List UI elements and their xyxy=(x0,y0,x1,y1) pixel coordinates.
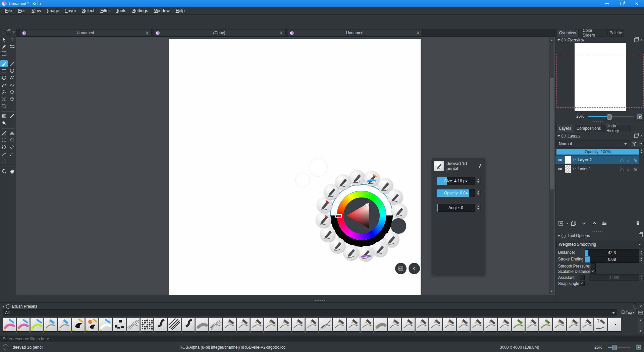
assistant-magnetism-field[interactable]: 1,000 xyxy=(589,274,639,281)
overview-zoom-slider[interactable] xyxy=(588,116,634,117)
tool-bezier-curve[interactable] xyxy=(0,81,8,88)
brush-preset-charcoal[interactable] xyxy=(374,317,387,333)
canvas-viewport[interactable]: deevad 1d pencil Size: 4.18 pxOpacity: 0… xyxy=(16,37,555,295)
collapse-arrow-icon[interactable] xyxy=(557,235,560,237)
tab-compositions[interactable]: Compositions xyxy=(575,125,602,132)
brush-preset-green-pen[interactable] xyxy=(512,317,525,333)
snap-single-checkbox[interactable]: ✓ xyxy=(580,281,585,286)
layer-lock-icon[interactable] xyxy=(620,158,624,162)
tab-color-sliders[interactable]: Color Sliders xyxy=(580,29,606,37)
status-fit-page-button[interactable] xyxy=(635,344,642,351)
hud-settings-icon[interactable] xyxy=(477,163,483,169)
layer-name[interactable]: Layer 1 xyxy=(578,167,591,171)
tool-select-elliptical[interactable] xyxy=(8,137,16,143)
tool-calligraphy[interactable] xyxy=(0,43,8,50)
brush-preset-pencil-gray[interactable] xyxy=(484,317,497,333)
tool-select-shapes[interactable] xyxy=(0,36,8,43)
brush-preset-pencil-gray[interactable] xyxy=(498,317,511,333)
brush-preset-pencil-t[interactable]: T xyxy=(594,317,607,333)
smoothing-mode-dropdown[interactable]: Weighted Smoothing xyxy=(556,241,643,248)
tool-text[interactable]: T xyxy=(8,36,16,43)
tool-freehand-brush[interactable] xyxy=(0,60,8,67)
move-layer-down-button[interactable] xyxy=(581,221,586,227)
layer-filter-dropdown-arrow[interactable] xyxy=(639,140,644,148)
brush-preset-fuzzy[interactable] xyxy=(126,317,140,333)
tab-layers[interactable]: Layers xyxy=(556,125,574,132)
brush-preset-pencil-gray[interactable] xyxy=(346,317,360,333)
tool-select-freehand[interactable] xyxy=(8,144,16,151)
sv-triangle[interactable] xyxy=(343,197,380,234)
brush-preset-pencil-gray[interactable] xyxy=(278,317,291,333)
tool-gradient[interactable] xyxy=(0,113,8,119)
tool-line[interactable] xyxy=(8,60,16,67)
tab-undo-history[interactable]: Undo History xyxy=(603,125,630,132)
preset-filter-dropdown[interactable]: All xyxy=(3,309,617,316)
palette-preset-red-pen[interactable] xyxy=(316,212,331,228)
palette-preset-pencil-hatch[interactable] xyxy=(335,174,351,190)
tool-select-similar-color[interactable] xyxy=(0,151,8,158)
brush-preset-pencil-gray[interactable] xyxy=(429,317,442,333)
tool-measure[interactable] xyxy=(0,130,8,136)
status-image-size[interactable]: 3000 x 4000 (138.8M) xyxy=(500,345,539,350)
assistant-checkbox[interactable] xyxy=(580,275,585,280)
brush-preset-swirl[interactable] xyxy=(181,317,195,333)
brush-preset-ink-orange[interactable] xyxy=(85,317,99,333)
tool-zoom[interactable] xyxy=(0,168,8,175)
splitter-handle[interactable]: •••••• xyxy=(315,299,326,302)
palette-preset-pencil-red[interactable] xyxy=(317,197,332,213)
menu-window[interactable]: Window xyxy=(151,7,172,14)
delete-layer-button[interactable] xyxy=(635,221,641,227)
brush-preset-pencil-gray[interactable] xyxy=(250,317,264,333)
docker-lock-icon[interactable] xyxy=(561,134,566,138)
stroke-ending-slider[interactable]: 0.08 xyxy=(585,256,639,263)
toolbox-float-icon[interactable] xyxy=(7,31,10,34)
layer-alpha-icon[interactable]: α xyxy=(626,167,631,171)
distance-spinner[interactable] xyxy=(639,249,644,256)
brush-preset-pencil-gray[interactable] xyxy=(401,317,415,333)
preset-scroll-up[interactable]: ▲ xyxy=(638,318,643,322)
tool-ellipse[interactable] xyxy=(8,67,16,74)
tool-pattern-edit[interactable] xyxy=(0,50,8,57)
brush-preset-pencil-dot[interactable] xyxy=(608,317,621,333)
scroll-up-arrow[interactable]: ▲ xyxy=(549,38,554,43)
brush-preset-pencil-blue[interactable] xyxy=(44,317,57,333)
tool-select-bezier[interactable] xyxy=(8,151,16,158)
brush-preset-pencil-gray[interactable] xyxy=(291,317,305,333)
brush-preset-paint-white[interactable] xyxy=(99,317,112,333)
palette-preset-mop-dark[interactable] xyxy=(387,189,403,205)
brush-hud-panel[interactable]: deevad 1d pencil Size: 4.18 pxOpacity: 0… xyxy=(432,159,485,275)
tool-rectangle[interactable] xyxy=(0,67,8,74)
status-zoom-slider[interactable] xyxy=(608,347,631,348)
assistant-spinner[interactable] xyxy=(639,274,644,281)
tool-edit-shapes[interactable] xyxy=(8,43,16,50)
brush-preset-pencil-blue[interactable] xyxy=(58,317,71,333)
brush-preset-sketchy[interactable] xyxy=(319,317,332,333)
tag-button[interactable]: Tag xyxy=(619,309,637,316)
move-layer-up-button[interactable] xyxy=(592,221,597,227)
brush-presets-close-icon[interactable]: × xyxy=(639,305,642,308)
layer-row-layer-2[interactable]: Layer 2α xyxy=(555,156,639,164)
palette-preset-marker-white[interactable] xyxy=(372,241,388,257)
tool-select-magnetic[interactable] xyxy=(0,158,8,165)
brush-preset-pencil-gray[interactable] xyxy=(567,317,580,333)
overview-float-icon[interactable] xyxy=(634,38,638,42)
layers-docker-header[interactable]: Layers × xyxy=(555,133,644,139)
tool-transform[interactable] xyxy=(0,96,8,102)
tool-options-docker-header[interactable]: Tool Options xyxy=(555,233,644,239)
layer-properties-button[interactable] xyxy=(602,221,607,227)
hud-angle-slider[interactable]: Angle: 0 xyxy=(437,204,475,212)
collapse-arrow-icon[interactable] xyxy=(2,306,5,307)
preset-scroll-down[interactable]: ▼ xyxy=(638,329,643,333)
brush-preset-fuzzy[interactable] xyxy=(209,317,222,333)
title-bar[interactable]: Unnamed * - Krita ✕ xyxy=(0,0,644,7)
docker-lock-icon[interactable] xyxy=(6,304,10,309)
tab-palette[interactable]: Palette xyxy=(607,29,624,37)
duplicate-layer-button[interactable] xyxy=(571,221,576,227)
brush-preset-paint-green[interactable] xyxy=(30,317,44,333)
menu-select[interactable]: Select xyxy=(79,7,97,14)
document-tab-active[interactable]: Unnamed✕ xyxy=(20,29,152,37)
brush-preset-pencil-gray[interactable] xyxy=(388,317,401,333)
layer-lock-icon[interactable] xyxy=(620,167,624,171)
tool-options-float-icon[interactable] xyxy=(639,233,643,237)
palette-preset-list-button[interactable] xyxy=(395,263,407,274)
